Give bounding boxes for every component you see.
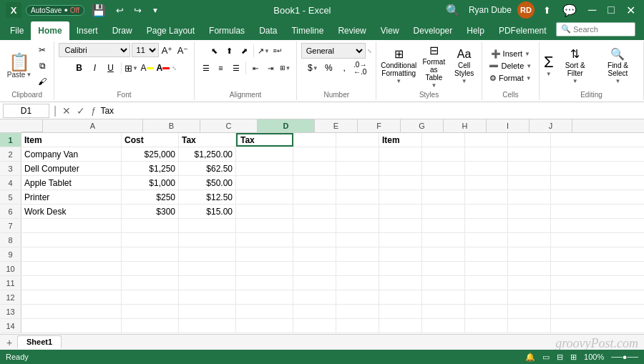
cell-4-G[interactable] [379, 176, 422, 190]
cell-2-H[interactable] [422, 147, 465, 161]
cut-button[interactable]: ✂ [35, 43, 49, 57]
tab-help[interactable]: Help [459, 21, 492, 40]
row-header-13[interactable]: 13 [0, 305, 21, 318]
fill-color-button[interactable]: A [140, 61, 155, 75]
cell-9-I[interactable] [465, 247, 508, 261]
cell-6-I[interactable] [465, 205, 508, 218]
close-icon[interactable]: ✕ [623, 4, 638, 17]
cell-6-J[interactable] [508, 205, 551, 218]
autosum-button[interactable]: Σ ▼ [544, 54, 554, 77]
tab-timeline[interactable]: Timeline [284, 21, 331, 40]
align-right-button[interactable]: ☰ [229, 61, 243, 75]
cell-14-G[interactable] [379, 319, 422, 333]
cell-8-C[interactable] [179, 233, 236, 247]
row-header-9[interactable]: 9 [0, 247, 21, 261]
cell-11-D[interactable] [236, 276, 293, 290]
cell-3-H[interactable] [422, 162, 465, 175]
cell-1-C[interactable]: Tax [179, 133, 236, 147]
col-header-b[interactable]: B [143, 119, 200, 132]
cell-14-F[interactable] [336, 319, 379, 333]
cell-12-D[interactable] [236, 290, 293, 304]
format-dropdown-icon[interactable]: ▼ [526, 75, 532, 82]
cell-8-I[interactable] [465, 233, 508, 247]
col-header-d[interactable]: D [258, 119, 315, 132]
comments-icon[interactable]: 💬 [560, 4, 580, 17]
cell-6-E[interactable] [293, 205, 336, 218]
copy-button[interactable]: ⧉ [35, 59, 49, 73]
border-button[interactable]: ⊞▼ [125, 61, 139, 75]
cell-2-C[interactable]: $1,250.00 [179, 147, 236, 161]
cell-14-I[interactable] [465, 319, 508, 333]
col-header-j[interactable]: J [530, 119, 572, 132]
cell-5-A[interactable]: Printer [21, 190, 122, 204]
cell-6-A[interactable]: Work Desk [21, 205, 122, 218]
cell-4-J[interactable] [508, 176, 551, 190]
cell-13-F[interactable] [336, 305, 379, 318]
minimize-icon[interactable]: ─ [585, 4, 599, 16]
cell-4-B[interactable]: $1,000 [122, 176, 179, 190]
insert-dropdown-icon[interactable]: ▼ [525, 51, 530, 57]
row-header-6[interactable]: 6 [0, 205, 21, 218]
cell-6-H[interactable] [422, 205, 465, 218]
cell-9-C[interactable] [179, 247, 236, 261]
cell-7-J[interactable] [508, 219, 551, 232]
align-left-button[interactable]: ☰ [199, 61, 213, 75]
cell-11-E[interactable] [293, 276, 336, 290]
insert-function-button[interactable]: ƒ [89, 105, 97, 116]
cell-5-B[interactable]: $250 [122, 190, 179, 204]
cell-2-F[interactable] [336, 147, 379, 161]
row-header-7[interactable]: 7 [0, 219, 21, 232]
sheet-tab-1[interactable]: Sheet1 [17, 335, 62, 349]
cell-3-E[interactable] [293, 162, 336, 175]
cell-3-I[interactable] [465, 162, 508, 175]
cell-1-E[interactable] [293, 133, 336, 147]
cell-2-J[interactable] [508, 147, 551, 161]
cell-13-G[interactable] [379, 305, 422, 318]
cell-11-C[interactable] [179, 276, 236, 290]
cell-9-D[interactable] [236, 247, 293, 261]
sort-dropdown-icon[interactable]: ▼ [572, 78, 578, 84]
cell-3-G[interactable] [379, 162, 422, 175]
cell-7-A[interactable] [21, 219, 122, 232]
cell-9-F[interactable] [336, 247, 379, 261]
find-dropdown-icon[interactable]: ▼ [615, 78, 621, 84]
tab-file[interactable]: File [3, 21, 31, 40]
cell-8-D[interactable] [236, 233, 293, 247]
indent-decrease-button[interactable]: ⇤ [248, 61, 263, 75]
row-header-11[interactable]: 11 [0, 276, 21, 290]
row-header-14[interactable]: 14 [0, 319, 21, 333]
cell-13-B[interactable] [122, 305, 179, 318]
indent-increase-button[interactable]: ⇥ [263, 61, 278, 75]
cell-8-B[interactable] [122, 233, 179, 247]
zoom-slider[interactable]: ──●── [611, 353, 638, 361]
row-header-3[interactable]: 3 [0, 162, 21, 175]
font-color-button[interactable]: A [156, 61, 170, 75]
delete-button[interactable]: ➖ Delete ▼ [486, 61, 535, 72]
cell-11-A[interactable] [21, 276, 122, 290]
cell-10-G[interactable] [379, 262, 422, 275]
row-header-2[interactable]: 2 [0, 147, 21, 161]
tab-data[interactable]: Data [252, 21, 284, 40]
underline-button[interactable]: U [104, 61, 118, 75]
cell-3-A[interactable]: Dell Computer [21, 162, 122, 175]
cell-1-B[interactable]: Cost [122, 133, 179, 147]
cell-5-E[interactable] [293, 190, 336, 204]
comma-button[interactable]: , [337, 61, 351, 75]
cell-10-D[interactable] [236, 262, 293, 275]
tab-formulas[interactable]: Formulas [202, 21, 252, 40]
cell-14-A[interactable] [21, 319, 122, 333]
row-header-1[interactable]: 1 [0, 133, 21, 147]
cell-6-D[interactable] [236, 205, 293, 218]
cell-13-E[interactable] [293, 305, 336, 318]
font-size-select[interactable]: 11 [132, 43, 159, 57]
cell-12-I[interactable] [465, 290, 508, 304]
tab-page-layout[interactable]: Page Layout [140, 21, 202, 40]
cell-2-E[interactable] [293, 147, 336, 161]
cell-10-I[interactable] [465, 262, 508, 275]
cell-12-F[interactable] [336, 290, 379, 304]
row-header-12[interactable]: 12 [0, 290, 21, 304]
cell-13-C[interactable] [179, 305, 236, 318]
cell-14-B[interactable] [122, 319, 179, 333]
cell-9-E[interactable] [293, 247, 336, 261]
sort-filter-button[interactable]: ⇅ Sort & Filter ▼ [557, 47, 594, 84]
